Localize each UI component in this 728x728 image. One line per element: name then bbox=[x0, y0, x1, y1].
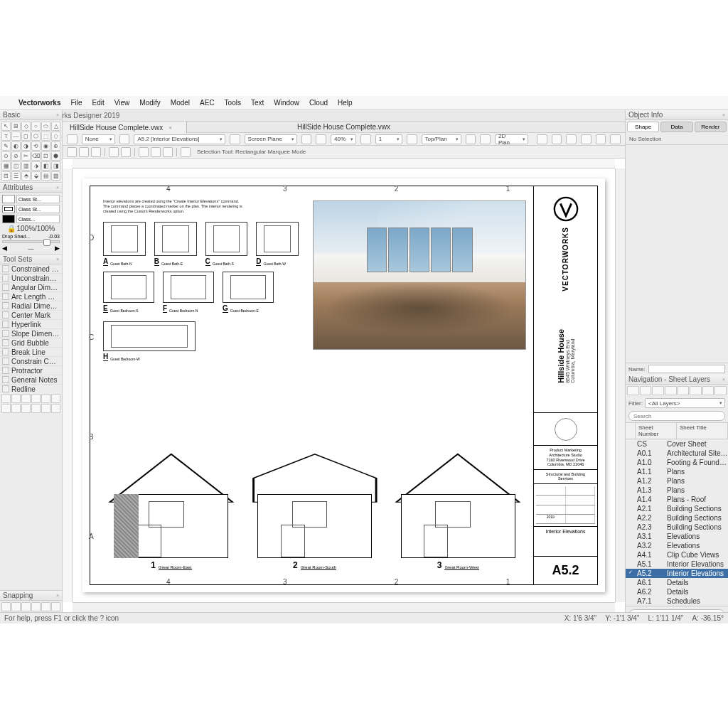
tab-data[interactable]: Data bbox=[660, 122, 692, 132]
nav-sheet-item[interactable]: A2.3Building Sections bbox=[626, 523, 728, 532]
nav-toolbar-6[interactable] bbox=[702, 386, 714, 395]
nav-sheet-item[interactable]: A6.1Details bbox=[626, 578, 728, 587]
tab-render[interactable]: Render bbox=[695, 122, 727, 132]
pen-class-dropdown[interactable]: Class St... bbox=[16, 205, 60, 213]
toolset-tab-10[interactable] bbox=[41, 404, 50, 413]
plane-button[interactable] bbox=[230, 134, 240, 144]
shadow-slider[interactable] bbox=[2, 240, 60, 243]
wireframe-button[interactable] bbox=[610, 134, 621, 144]
projection-button[interactable] bbox=[480, 134, 491, 144]
fit-page-button[interactable] bbox=[67, 134, 77, 144]
basic-tool-29[interactable]: ◨ bbox=[51, 161, 60, 171]
view-dropdown[interactable]: Top/Plan bbox=[422, 134, 461, 144]
toolset-item[interactable]: Slope Dimension bbox=[0, 329, 62, 338]
menu-modify[interactable]: Modify bbox=[139, 99, 160, 107]
nav-toolbar-0[interactable] bbox=[627, 386, 639, 395]
arrow-start-icon[interactable]: ◀ bbox=[2, 245, 7, 252]
basic-tool-0[interactable]: ↖ bbox=[1, 122, 11, 131]
toolset-tab-2[interactable] bbox=[21, 394, 31, 403]
basic-tool-26[interactable]: ▥ bbox=[21, 161, 31, 171]
filter-dropdown[interactable]: <All Layers> bbox=[645, 398, 725, 408]
basic-tool-6[interactable]: T bbox=[1, 132, 11, 141]
toolset-item[interactable]: Constrained Lin... bbox=[0, 264, 62, 274]
nav-sheet-item[interactable]: A5.1Interior Elevations bbox=[626, 560, 728, 569]
arrow-end-icon[interactable]: ▶ bbox=[55, 245, 60, 252]
toolset-tab-6[interactable] bbox=[1, 404, 11, 413]
toolset-item[interactable]: Protractor bbox=[0, 366, 62, 375]
basic-tool-15[interactable]: ⟲ bbox=[31, 141, 41, 151]
menu-file[interactable]: File bbox=[70, 99, 82, 107]
toolset-item[interactable]: Redline bbox=[0, 385, 62, 392]
basic-tool-8[interactable]: ◻ bbox=[21, 132, 31, 141]
nav-sheet-item[interactable]: A2.1Building Sections bbox=[626, 504, 728, 513]
toolset-tab-0[interactable] bbox=[1, 394, 11, 403]
nav-sheet-item[interactable]: A1.2Plans bbox=[626, 476, 728, 486]
snap-toggle-3[interactable] bbox=[31, 602, 41, 611]
cursor-mode-icon[interactable] bbox=[67, 147, 77, 157]
basic-tool-19[interactable]: ⊘ bbox=[11, 151, 21, 161]
menu-edit[interactable]: Edit bbox=[92, 99, 105, 107]
toolset-item[interactable]: Constrain Coinc... bbox=[0, 357, 62, 366]
nav-sheet-item[interactable]: A3.1Elevations bbox=[626, 532, 728, 541]
basic-tool-33[interactable]: ⬙ bbox=[31, 171, 41, 181]
menu-window[interactable]: Window bbox=[274, 99, 299, 107]
snap-toggle-2[interactable] bbox=[21, 602, 31, 611]
mode-option-2[interactable] bbox=[151, 147, 161, 157]
toolset-tab-7[interactable] bbox=[11, 404, 21, 413]
layer-visibility-button[interactable] bbox=[119, 134, 130, 144]
basic-tool-27[interactable]: ⬗ bbox=[31, 161, 41, 171]
class-dropdown[interactable]: None bbox=[82, 134, 115, 144]
nav-sheet-item[interactable]: A1.0Footing & Foundation Pl... bbox=[626, 458, 728, 467]
nav-toolbar-4[interactable] bbox=[678, 386, 690, 395]
toolset-tab-11[interactable] bbox=[51, 404, 60, 413]
toolset-item[interactable]: Grid Bubble bbox=[0, 338, 62, 348]
plan-mode-dropdown[interactable]: 2D Plan bbox=[495, 134, 528, 144]
document-tab[interactable]: HillSide House Complete.vwx × bbox=[63, 122, 187, 133]
toolset-item[interactable]: Unconstrained... bbox=[0, 274, 62, 283]
nav-sheet-item[interactable]: A4.1Clip Cube Views bbox=[626, 550, 728, 560]
basic-tool-24[interactable]: ▦ bbox=[1, 161, 11, 171]
basic-tool-17[interactable]: ⊕ bbox=[51, 141, 60, 151]
nav-sheet-item[interactable]: A7.1Schedules bbox=[626, 596, 728, 606]
basic-tool-7[interactable]: ― bbox=[11, 132, 21, 141]
basic-tool-5[interactable]: △ bbox=[51, 122, 60, 131]
drawing-area[interactable]: 4 3 2 1 4 3 2 1 D C B A VECTORWORKS bbox=[63, 159, 625, 612]
basic-tool-35[interactable]: ▧ bbox=[51, 171, 60, 181]
toolset-tab-4[interactable] bbox=[41, 394, 50, 403]
close-icon[interactable]: × bbox=[56, 593, 59, 598]
basic-tool-20[interactable]: ✂ bbox=[21, 151, 31, 161]
nav-sheet-item[interactable]: A3.2Elevations bbox=[626, 541, 728, 550]
nav-toolbar-5[interactable] bbox=[690, 386, 702, 395]
close-icon[interactable]: × bbox=[56, 185, 59, 190]
light-button[interactable] bbox=[566, 134, 577, 144]
snap-toggle-4[interactable] bbox=[41, 602, 50, 611]
lasso-mode-icon[interactable] bbox=[91, 147, 101, 157]
snap-toggle-0[interactable] bbox=[1, 602, 11, 611]
close-icon[interactable]: × bbox=[722, 112, 725, 117]
basic-tool-30[interactable]: ⊟ bbox=[1, 171, 11, 181]
toolset-item[interactable]: Arc Length Dim... bbox=[0, 292, 62, 301]
basic-tool-25[interactable]: ◫ bbox=[11, 161, 21, 171]
basic-tool-13[interactable]: ◐ bbox=[11, 141, 21, 151]
nav-search-input[interactable] bbox=[628, 411, 725, 421]
line-style-icon[interactable]: — bbox=[28, 245, 34, 252]
close-tab-icon[interactable]: × bbox=[168, 124, 172, 131]
nav-sheet-item[interactable]: A0.1Architectural Site Plan bbox=[626, 449, 728, 458]
flyover-button[interactable] bbox=[537, 134, 547, 144]
prefs-icon[interactable] bbox=[181, 147, 191, 157]
menu-help[interactable]: Help bbox=[338, 99, 353, 107]
tab-shape[interactable]: Shape bbox=[627, 122, 659, 132]
basic-tool-10[interactable]: ⬚ bbox=[41, 132, 50, 141]
toolset-tab-5[interactable] bbox=[51, 394, 60, 403]
snap-toggle-1[interactable] bbox=[11, 602, 21, 611]
plane-dropdown[interactable]: Screen Plane bbox=[245, 134, 297, 144]
opacity-lock-icon[interactable]: 🔒 bbox=[7, 225, 16, 232]
fill-swatch[interactable] bbox=[2, 195, 15, 203]
toolset-tab-1[interactable] bbox=[11, 394, 21, 403]
sheet-layer-dropdown[interactable]: A5.2 [Interior Elevations] bbox=[134, 134, 225, 144]
col-sheet-title[interactable]: Sheet Title bbox=[677, 423, 728, 439]
basic-tool-34[interactable]: ▤ bbox=[41, 171, 50, 181]
close-icon[interactable]: × bbox=[56, 257, 59, 262]
close-icon[interactable]: × bbox=[56, 112, 59, 117]
nav-toolbar-2[interactable] bbox=[652, 386, 664, 395]
